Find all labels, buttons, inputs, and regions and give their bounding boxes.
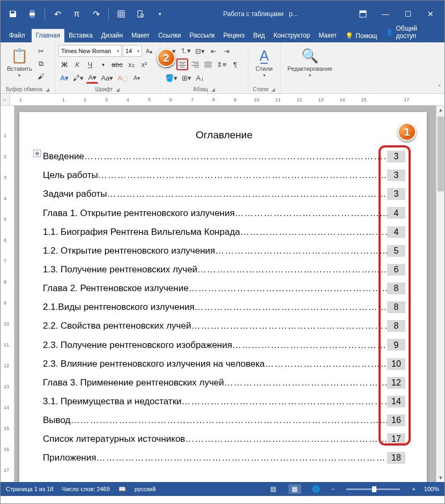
table-icon[interactable] bbox=[112, 5, 130, 23]
font-name-box[interactable]: Times New Roman▾ bbox=[58, 45, 122, 57]
toc-row[interactable]: Глава 2. Рентгеновское излучение……………………… bbox=[43, 283, 405, 295]
shading-icon[interactable]: 🪣▾ bbox=[164, 72, 179, 84]
scroll-thumb[interactable] bbox=[437, 116, 444, 191]
sort-icon[interactable]: A↓ bbox=[194, 72, 206, 84]
tab-references[interactable]: Ссылки bbox=[154, 29, 185, 42]
toc-row[interactable]: 3.1. Преимущества и недостатки…………………………… bbox=[43, 396, 405, 408]
save-icon[interactable] bbox=[4, 5, 22, 23]
scroll-down-icon[interactable]: ▼ bbox=[436, 473, 444, 482]
undo-icon[interactable]: ↶ bbox=[48, 5, 66, 23]
redo2-icon[interactable]: ↷ bbox=[87, 5, 105, 23]
paste-button[interactable]: 📋 Вставить ▾ bbox=[4, 43, 35, 82]
styles-dialog-icon[interactable]: ◢ bbox=[271, 87, 275, 92]
minimize-icon[interactable]: — bbox=[375, 5, 396, 23]
change-case-icon[interactable]: Aa▾ bbox=[99, 72, 115, 84]
proofing-icon[interactable]: 📖 bbox=[118, 486, 126, 493]
increase-indent-icon[interactable]: ⇥ bbox=[220, 45, 232, 57]
cut-icon[interactable]: ✂ bbox=[35, 46, 47, 57]
tab-insert[interactable]: Вставка bbox=[64, 29, 97, 42]
toc-row[interactable]: Список литературных источников…………………………… bbox=[43, 433, 405, 446]
table-move-handle-icon[interactable]: ✥ bbox=[33, 150, 41, 157]
font-color-icon[interactable]: A▾ bbox=[86, 72, 98, 84]
web-layout-icon[interactable]: 🌐 bbox=[310, 484, 323, 494]
tab-layout[interactable]: Макет bbox=[127, 29, 154, 42]
zoom-out-icon[interactable]: − bbox=[331, 486, 335, 492]
align-right-icon[interactable] bbox=[189, 58, 201, 70]
toc-row[interactable]: 1.3. Получение рентгеновских лучей………………… bbox=[43, 264, 405, 276]
help-tell-me[interactable]: 💡 Помощ bbox=[341, 29, 381, 42]
toc-row[interactable]: 2.3. Влияние рентгеновского излучения на… bbox=[43, 358, 405, 370]
tab-design[interactable]: Дизайн bbox=[97, 29, 127, 42]
borders-icon[interactable]: ⊞▾ bbox=[180, 72, 193, 84]
print-layout-icon[interactable]: ▦ bbox=[288, 484, 301, 494]
page[interactable]: Оглавление ✥ Введение…………………………………………………… bbox=[19, 112, 427, 482]
preview-icon[interactable] bbox=[131, 5, 150, 23]
text-effects-icon[interactable]: A▾ bbox=[58, 72, 70, 84]
tab-selector-icon[interactable]: ⌐ bbox=[1, 94, 10, 105]
underline-button[interactable]: Ч bbox=[84, 58, 96, 70]
styles-button[interactable]: A̲ Стили ▾ bbox=[251, 43, 277, 82]
toc-row[interactable]: Задачи работы………………………………………………………………………… bbox=[43, 188, 405, 201]
tab-mailings[interactable]: Рассылк bbox=[185, 29, 219, 42]
tab-file[interactable]: Файл bbox=[3, 29, 32, 42]
highlight-icon[interactable]: 🖍▾ bbox=[71, 72, 85, 84]
tab-table-design[interactable]: Конструктор bbox=[269, 29, 314, 42]
copy-icon[interactable]: ⧉ bbox=[35, 58, 47, 69]
close-icon[interactable]: ✕ bbox=[420, 5, 441, 23]
toc-row[interactable]: 1.2. Открытие рентгеновского излучения …… bbox=[43, 245, 405, 257]
collapse-ribbon-icon[interactable]: ˄ bbox=[438, 84, 441, 91]
line-spacing-icon[interactable]: ⇕≡ bbox=[215, 58, 228, 70]
grow-font-icon[interactable]: A▴ bbox=[143, 45, 155, 57]
tab-home[interactable]: Главная bbox=[32, 29, 65, 42]
toc-row[interactable]: 1.1. Биография Рентгена Вильгельма Конра… bbox=[43, 226, 405, 239]
vertical-scrollbar[interactable]: ▲ ▼ bbox=[436, 106, 444, 482]
font-dialog-icon[interactable]: ◢ bbox=[116, 87, 120, 92]
scroll-up-icon[interactable]: ▲ bbox=[436, 106, 444, 114]
tab-table-layout[interactable]: Макет bbox=[314, 29, 341, 42]
editing-button[interactable]: 🔍 Редактирование ▾ bbox=[284, 43, 336, 82]
read-mode-icon[interactable]: ▤ bbox=[267, 484, 280, 494]
toc-row[interactable]: Глава 3. Применение рентгеновских лучей…… bbox=[43, 377, 405, 389]
vertical-ruler[interactable]: 1234567891011121314151617 bbox=[1, 106, 14, 482]
toc-row[interactable]: Цель работы……………………………………………………………………………… bbox=[43, 169, 405, 182]
multilevel-icon[interactable]: ⊟▾ bbox=[194, 45, 206, 57]
numbering-icon[interactable]: ⒈▾ bbox=[179, 45, 192, 57]
paragraph-dialog-icon[interactable]: ◢ bbox=[211, 87, 215, 92]
font-size-box[interactable]: 14▾ bbox=[123, 45, 142, 57]
tab-review[interactable]: Реценз bbox=[219, 29, 249, 42]
underline-dd-icon[interactable]: ▾ bbox=[97, 58, 109, 70]
status-words[interactable]: Число слов: 2469 bbox=[62, 486, 110, 492]
decrease-indent-icon[interactable]: ⇤ bbox=[207, 45, 219, 57]
share-button[interactable]: 👤 Общий доступ bbox=[381, 22, 442, 42]
show-marks-icon[interactable]: ¶ bbox=[229, 58, 241, 70]
redo-icon[interactable]: π bbox=[68, 5, 86, 23]
bold-button[interactable]: Ж bbox=[58, 58, 70, 70]
strike-button[interactable]: abc bbox=[110, 58, 124, 70]
clear-format-icon[interactable]: A◌ bbox=[116, 72, 130, 84]
qat-dropdown-icon[interactable]: ▾ bbox=[151, 5, 169, 23]
italic-button[interactable]: К bbox=[71, 58, 83, 70]
print-icon[interactable] bbox=[23, 5, 41, 23]
align-center-icon[interactable] bbox=[176, 58, 188, 70]
toc-row[interactable]: 2.1.Виды рентгеновского излучения…………………… bbox=[43, 301, 405, 314]
zoom-slider[interactable] bbox=[346, 488, 400, 490]
ribbon-options-icon[interactable] bbox=[352, 5, 374, 23]
zoom-level[interactable]: 100% bbox=[424, 486, 439, 492]
toc-row[interactable]: Глава 1. Открытие рентгеновского излучен… bbox=[43, 207, 405, 219]
shrink-font-icon[interactable]: A▾ bbox=[131, 72, 143, 84]
maximize-icon[interactable]: ☐ bbox=[397, 5, 419, 23]
status-language[interactable]: русский bbox=[135, 486, 155, 492]
justify-icon[interactable] bbox=[202, 58, 214, 70]
status-page[interactable]: Страница 1 из 18 bbox=[6, 486, 54, 492]
clipboard-dialog-icon[interactable]: ◢ bbox=[46, 87, 49, 92]
toc-row[interactable]: 2.2. Свойства рентгеновских лучей…………………… bbox=[43, 320, 405, 332]
superscript-button[interactable]: x² bbox=[138, 58, 150, 70]
zoom-in-icon[interactable]: + bbox=[412, 486, 415, 492]
toc-row[interactable]: Введение……………………………………………………………………………………… bbox=[43, 151, 405, 163]
toc-row[interactable]: Приложения………………………………………………………………………………… bbox=[43, 452, 405, 464]
subscript-button[interactable]: x₂ bbox=[125, 58, 137, 70]
toc-row[interactable]: 2.3. Получение рентгеновского изображени… bbox=[43, 339, 405, 351]
horizontal-ruler[interactable]: ⌐ 112345678910111213141517 bbox=[1, 94, 444, 106]
toc-row[interactable]: Вывод……………………………………………………………………………………………… bbox=[43, 414, 405, 427]
tab-view[interactable]: Вид bbox=[249, 29, 269, 42]
